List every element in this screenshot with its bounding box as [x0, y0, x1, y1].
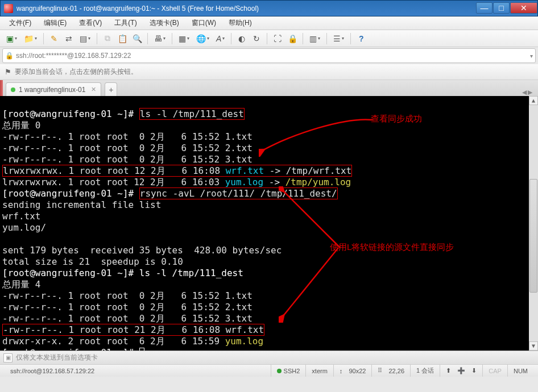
menu-tools[interactable]: 工具(T): [111, 17, 140, 29]
fullscreen-button[interactable]: ⛶: [271, 32, 284, 45]
terminal-cursor: [139, 348, 144, 351]
menu-tabs[interactable]: 选项卡(B): [146, 17, 183, 29]
status-term: xterm: [305, 365, 333, 377]
maximize-button[interactable]: □: [493, 2, 510, 14]
status-nav[interactable]: ⬆ ➕ ⬇: [440, 365, 482, 377]
paste-button[interactable]: 📋: [115, 32, 129, 45]
send-placeholder: 仅将文本发送到当前选项卡: [16, 353, 98, 362]
copy-button[interactable]: ⧉: [101, 32, 114, 45]
scroll-up-icon[interactable]: ▲: [529, 96, 538, 105]
new-tab-button[interactable]: +: [105, 82, 117, 96]
send-bar[interactable]: ▣ 仅将文本发送到当前选项卡: [0, 351, 538, 364]
status-proto: SSH2: [271, 365, 306, 377]
connected-indicator-icon: [277, 369, 282, 373]
highlight-symlinks: lrwxrwxrwx. 1 root root 12 2月 6 16:08 wr…: [2, 165, 352, 177]
highlight-cmd1: ls -l /tmp/111_dest: [139, 108, 245, 120]
menu-window[interactable]: 窗口(W): [188, 17, 220, 29]
highlight-regular-file: -rw-r--r--. 1 root root 21 2月 6 16:08 wr…: [2, 324, 264, 336]
disconnect-button[interactable]: ⇄: [62, 32, 76, 45]
reconnect-button[interactable]: ✎: [47, 32, 61, 45]
print-button[interactable]: 🖶: [151, 32, 168, 45]
minimize-button[interactable]: —: [476, 2, 493, 14]
send-target-icon[interactable]: ▣: [3, 353, 13, 362]
options-button[interactable]: ☰: [330, 32, 347, 45]
menu-edit[interactable]: 编辑(E): [40, 17, 70, 29]
close-button[interactable]: ✕: [510, 2, 537, 14]
info-bar: ⚑ 要添加当前会话，点击左侧的箭头按钮。: [0, 64, 538, 80]
window-controls: — □ ✕: [475, 2, 537, 15]
status-sessions: 1 会话: [410, 365, 440, 377]
lock-button[interactable]: 🔒: [285, 32, 299, 45]
tab-label: 1 wangruifenglinux-01: [19, 86, 85, 94]
size-icon: ↕: [340, 368, 343, 374]
menu-view[interactable]: 查看(V): [76, 17, 105, 29]
new-session-button[interactable]: ▣: [3, 32, 20, 45]
window-title: wangruifenglinux-01 - root@wangruifeng-0…: [16, 5, 475, 12]
highlight-cmd2: rsync -avL /root/111/ /tmp/111_dest/: [139, 187, 338, 199]
find-button[interactable]: 🔍: [130, 32, 144, 45]
connected-dot-icon: [11, 87, 15, 92]
app-icon: [4, 4, 13, 13]
session-tab[interactable]: 1 wangruifenglinux-01 ✕: [6, 82, 101, 96]
status-pos: ⠿ 22,26: [371, 365, 410, 377]
info-flag-icon[interactable]: ⚑: [5, 68, 11, 76]
terminal-view[interactable]: [root@wangruifeng-01 ~]# ls -l /tmp/111_…: [0, 96, 538, 351]
toolbar: ▣ 📁 ✎ ⇄ ▤ ⧉ 📋 🔍 🖶 ▦ 🌐 A ◐ ↻ ⛶ 🔒 ▥ ☰ ?: [0, 30, 538, 47]
tab-next-icon[interactable]: ▶: [528, 89, 532, 96]
chevron-right-icon[interactable]: ⬇: [471, 367, 477, 374]
status-connection: ssh://root@192.168.57.129:22: [5, 365, 100, 377]
status-num: NUM: [507, 365, 533, 377]
help-button[interactable]: ?: [354, 32, 368, 45]
layout-button[interactable]: ▦: [176, 32, 192, 45]
refresh-button[interactable]: ↻: [250, 32, 263, 45]
menu-file[interactable]: 文件(F): [6, 17, 35, 29]
info-text: 要添加当前会话，点击左侧的箭头按钮。: [15, 67, 138, 77]
encoding-button[interactable]: 🌐: [193, 32, 212, 45]
scroll-thumb[interactable]: [529, 179, 537, 293]
status-size: ↕ 90x22: [333, 365, 372, 377]
address-url: ssh://root:********@192.168.57.129:22: [16, 52, 530, 60]
drag-handle[interactable]: [0, 80, 3, 96]
window-titlebar: wangruifenglinux-01 - root@wangruifeng-0…: [0, 0, 538, 16]
tab-prev-icon[interactable]: ◀: [522, 89, 527, 96]
status-cap: CAP: [482, 365, 507, 377]
status-bar: ssh://root@192.168.57.129:22 SSH2 xterm …: [0, 364, 538, 377]
address-dropdown-icon[interactable]: ▾: [530, 53, 533, 59]
scroll-down-icon[interactable]: ▼: [529, 341, 538, 351]
tab-close-icon[interactable]: ✕: [91, 86, 96, 93]
view-toggle-button[interactable]: ▥: [307, 32, 323, 45]
terminal-scrollbar[interactable]: ▲ ▼: [529, 96, 538, 351]
properties-button[interactable]: ▤: [77, 32, 93, 45]
open-button[interactable]: 📁: [21, 32, 40, 45]
menu-help[interactable]: 帮助(H): [225, 17, 255, 29]
font-button[interactable]: A: [213, 32, 227, 45]
lock-icon: 🔒: [5, 52, 14, 60]
pos-icon: ⠿: [378, 367, 382, 374]
chevron-left-icon[interactable]: ⬆: [446, 367, 451, 374]
tab-strip: 1 wangruifenglinux-01 ✕ + ◀ ▶: [0, 80, 538, 96]
plus-icon[interactable]: ➕: [457, 367, 465, 374]
menu-bar: 文件(F) 编辑(E) 查看(V) 工具(T) 选项卡(B) 窗口(W) 帮助(…: [0, 16, 538, 30]
script-button[interactable]: ◐: [235, 32, 249, 45]
address-bar[interactable]: 🔒 ssh://root:********@192.168.57.129:22 …: [2, 48, 536, 63]
